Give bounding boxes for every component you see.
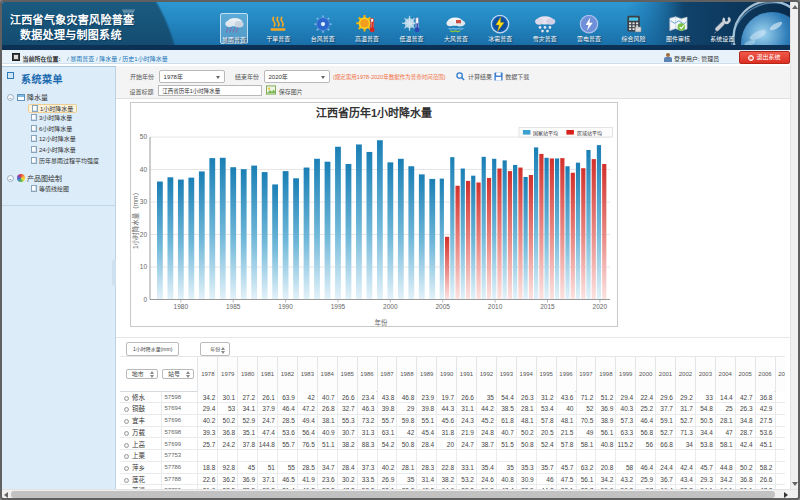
svg-text:1980: 1980: [174, 303, 189, 310]
svg-text:国家站平均: 国家站平均: [533, 130, 558, 137]
svg-text:2000: 2000: [383, 303, 398, 310]
svg-text:50: 50: [140, 133, 148, 140]
svg-text:区域站平均: 区域站平均: [577, 130, 602, 137]
svg-text:1990: 1990: [278, 303, 293, 310]
svg-text:2020: 2020: [593, 303, 608, 310]
svg-text:1小时降水量（mm）: 1小时降水量（mm）: [131, 189, 140, 249]
svg-text:20: 20: [140, 231, 148, 238]
svg-text:10: 10: [140, 263, 148, 270]
svg-text:0: 0: [143, 296, 147, 303]
svg-text:40: 40: [140, 166, 148, 173]
svg-text:2005: 2005: [435, 303, 450, 310]
svg-text:2015: 2015: [540, 303, 555, 310]
svg-text:1985: 1985: [226, 303, 241, 310]
svg-text:30: 30: [140, 198, 148, 205]
svg-text:2010: 2010: [488, 303, 503, 310]
svg-text:1995: 1995: [331, 303, 346, 310]
svg-text:江西省历年1小时降水量: 江西省历年1小时降水量: [316, 106, 432, 119]
svg-text:年份: 年份: [375, 318, 389, 327]
